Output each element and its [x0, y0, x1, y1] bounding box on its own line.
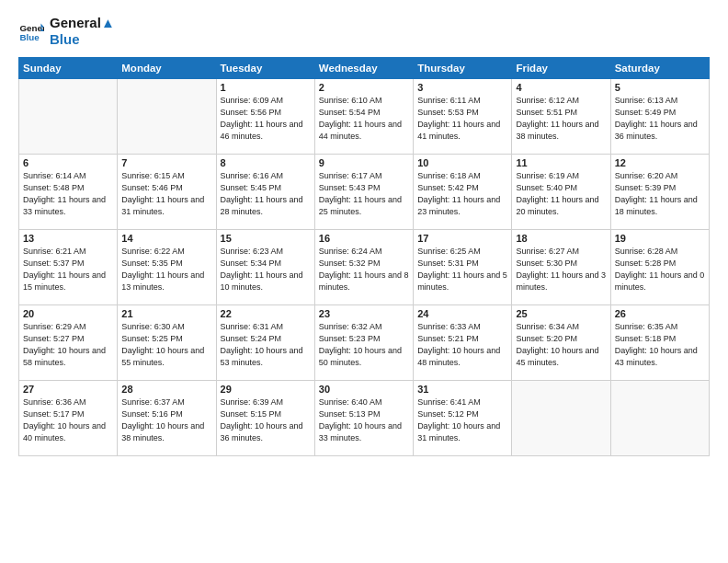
header: General Blue General▲ Blue	[18, 15, 710, 48]
calendar-cell: 14Sunrise: 6:22 AM Sunset: 5:35 PM Dayli…	[118, 230, 216, 305]
day-number: 28	[121, 384, 211, 395]
logo: General Blue General▲ Blue	[18, 15, 115, 48]
day-info: Sunrise: 6:09 AM Sunset: 5:56 PM Dayligh…	[221, 95, 311, 143]
day-info: Sunrise: 6:20 AM Sunset: 5:39 PM Dayligh…	[615, 170, 705, 218]
day-info: Sunrise: 6:34 AM Sunset: 5:20 PM Dayligh…	[516, 321, 606, 369]
calendar-cell: 9Sunrise: 6:17 AM Sunset: 5:43 PM Daylig…	[314, 155, 413, 230]
day-number: 13	[23, 233, 113, 244]
calendar-cell: 29Sunrise: 6:39 AM Sunset: 5:15 PM Dayli…	[216, 381, 314, 456]
logo-line2: Blue	[50, 31, 115, 48]
page: General Blue General▲ Blue SundayMondayT…	[0, 0, 728, 563]
logo-line1: General▲	[50, 15, 115, 31]
day-number: 8	[221, 157, 311, 168]
day-number: 30	[319, 384, 409, 395]
calendar-cell: 3Sunrise: 6:11 AM Sunset: 5:53 PM Daylig…	[414, 79, 512, 155]
day-number: 4	[516, 82, 606, 93]
day-info: Sunrise: 6:19 AM Sunset: 5:40 PM Dayligh…	[516, 170, 606, 218]
logo-icon: General Blue	[18, 18, 44, 44]
calendar-cell: 23Sunrise: 6:32 AM Sunset: 5:23 PM Dayli…	[314, 305, 413, 381]
calendar-cell: 22Sunrise: 6:31 AM Sunset: 5:24 PM Dayli…	[216, 305, 314, 381]
calendar-cell: 20Sunrise: 6:29 AM Sunset: 5:27 PM Dayli…	[19, 305, 118, 381]
day-number: 7	[121, 157, 211, 168]
day-info: Sunrise: 6:17 AM Sunset: 5:43 PM Dayligh…	[319, 170, 409, 218]
day-info: Sunrise: 6:15 AM Sunset: 5:46 PM Dayligh…	[121, 170, 211, 218]
day-number: 5	[615, 82, 705, 93]
day-number: 19	[615, 233, 705, 244]
calendar-week-2: 13Sunrise: 6:21 AM Sunset: 5:37 PM Dayli…	[19, 230, 710, 305]
day-info: Sunrise: 6:37 AM Sunset: 5:16 PM Dayligh…	[121, 396, 211, 444]
calendar-cell: 5Sunrise: 6:13 AM Sunset: 5:49 PM Daylig…	[610, 79, 709, 155]
day-info: Sunrise: 6:39 AM Sunset: 5:15 PM Dayligh…	[221, 396, 311, 444]
calendar-cell: 12Sunrise: 6:20 AM Sunset: 5:39 PM Dayli…	[610, 155, 709, 230]
day-info: Sunrise: 6:14 AM Sunset: 5:48 PM Dayligh…	[23, 170, 113, 218]
day-number: 24	[417, 308, 507, 319]
day-number: 2	[319, 82, 409, 93]
calendar-cell: 8Sunrise: 6:16 AM Sunset: 5:45 PM Daylig…	[216, 155, 314, 230]
calendar-cell	[610, 381, 709, 456]
calendar-cell: 10Sunrise: 6:18 AM Sunset: 5:42 PM Dayli…	[414, 155, 512, 230]
calendar-cell	[118, 79, 216, 155]
day-info: Sunrise: 6:27 AM Sunset: 5:30 PM Dayligh…	[516, 246, 606, 293]
calendar-cell: 27Sunrise: 6:36 AM Sunset: 5:17 PM Dayli…	[19, 381, 118, 456]
weekday-header-wednesday: Wednesday	[314, 58, 413, 79]
calendar-week-1: 6Sunrise: 6:14 AM Sunset: 5:48 PM Daylig…	[19, 155, 710, 230]
day-info: Sunrise: 6:10 AM Sunset: 5:54 PM Dayligh…	[319, 95, 409, 143]
svg-text:Blue: Blue	[19, 32, 40, 42]
calendar-cell: 30Sunrise: 6:40 AM Sunset: 5:13 PM Dayli…	[314, 381, 413, 456]
day-number: 3	[417, 82, 507, 93]
day-info: Sunrise: 6:40 AM Sunset: 5:13 PM Dayligh…	[319, 396, 409, 444]
calendar-cell	[19, 79, 118, 155]
calendar: SundayMondayTuesdayWednesdayThursdayFrid…	[18, 57, 710, 456]
day-info: Sunrise: 6:13 AM Sunset: 5:49 PM Dayligh…	[615, 95, 705, 143]
day-info: Sunrise: 6:33 AM Sunset: 5:21 PM Dayligh…	[417, 321, 507, 369]
day-number: 11	[516, 157, 606, 168]
weekday-header-sunday: Sunday	[19, 58, 118, 79]
day-number: 18	[516, 233, 606, 244]
calendar-cell: 7Sunrise: 6:15 AM Sunset: 5:46 PM Daylig…	[118, 155, 216, 230]
calendar-cell: 26Sunrise: 6:35 AM Sunset: 5:18 PM Dayli…	[610, 305, 709, 381]
day-number: 14	[121, 233, 211, 244]
day-number: 20	[23, 308, 113, 319]
day-number: 17	[417, 233, 507, 244]
day-info: Sunrise: 6:31 AM Sunset: 5:24 PM Dayligh…	[221, 321, 311, 369]
day-info: Sunrise: 6:21 AM Sunset: 5:37 PM Dayligh…	[23, 246, 113, 293]
calendar-cell: 1Sunrise: 6:09 AM Sunset: 5:56 PM Daylig…	[216, 79, 314, 155]
day-number: 26	[615, 308, 705, 319]
calendar-cell: 24Sunrise: 6:33 AM Sunset: 5:21 PM Dayli…	[414, 305, 512, 381]
day-number: 31	[417, 384, 507, 395]
day-number: 29	[221, 384, 311, 395]
calendar-week-0: 1Sunrise: 6:09 AM Sunset: 5:56 PM Daylig…	[19, 79, 710, 155]
calendar-cell: 17Sunrise: 6:25 AM Sunset: 5:31 PM Dayli…	[414, 230, 512, 305]
day-info: Sunrise: 6:29 AM Sunset: 5:27 PM Dayligh…	[23, 321, 113, 369]
day-info: Sunrise: 6:22 AM Sunset: 5:35 PM Dayligh…	[121, 246, 211, 293]
weekday-header-monday: Monday	[118, 58, 216, 79]
calendar-cell: 19Sunrise: 6:28 AM Sunset: 5:28 PM Dayli…	[610, 230, 709, 305]
day-number: 15	[221, 233, 311, 244]
day-number: 21	[121, 308, 211, 319]
day-info: Sunrise: 6:41 AM Sunset: 5:12 PM Dayligh…	[417, 396, 507, 444]
calendar-week-4: 27Sunrise: 6:36 AM Sunset: 5:17 PM Dayli…	[19, 381, 710, 456]
calendar-cell: 16Sunrise: 6:24 AM Sunset: 5:32 PM Dayli…	[314, 230, 413, 305]
day-number: 27	[23, 384, 113, 395]
day-info: Sunrise: 6:35 AM Sunset: 5:18 PM Dayligh…	[615, 321, 705, 369]
calendar-cell: 31Sunrise: 6:41 AM Sunset: 5:12 PM Dayli…	[414, 381, 512, 456]
day-info: Sunrise: 6:23 AM Sunset: 5:34 PM Dayligh…	[221, 246, 311, 293]
calendar-cell: 11Sunrise: 6:19 AM Sunset: 5:40 PM Dayli…	[512, 155, 610, 230]
day-info: Sunrise: 6:24 AM Sunset: 5:32 PM Dayligh…	[319, 246, 409, 293]
day-info: Sunrise: 6:11 AM Sunset: 5:53 PM Dayligh…	[417, 95, 507, 143]
calendar-cell: 21Sunrise: 6:30 AM Sunset: 5:25 PM Dayli…	[118, 305, 216, 381]
day-number: 25	[516, 308, 606, 319]
day-number: 6	[23, 157, 113, 168]
calendar-cell: 15Sunrise: 6:23 AM Sunset: 5:34 PM Dayli…	[216, 230, 314, 305]
day-number: 1	[221, 82, 311, 93]
weekday-header-saturday: Saturday	[610, 58, 709, 79]
day-info: Sunrise: 6:36 AM Sunset: 5:17 PM Dayligh…	[23, 396, 113, 444]
day-number: 23	[319, 308, 409, 319]
day-info: Sunrise: 6:32 AM Sunset: 5:23 PM Dayligh…	[319, 321, 409, 369]
day-info: Sunrise: 6:12 AM Sunset: 5:51 PM Dayligh…	[516, 95, 606, 143]
day-number: 12	[615, 157, 705, 168]
day-number: 16	[319, 233, 409, 244]
day-info: Sunrise: 6:30 AM Sunset: 5:25 PM Dayligh…	[121, 321, 211, 369]
calendar-cell	[512, 381, 610, 456]
calendar-body: 1Sunrise: 6:09 AM Sunset: 5:56 PM Daylig…	[19, 79, 710, 456]
